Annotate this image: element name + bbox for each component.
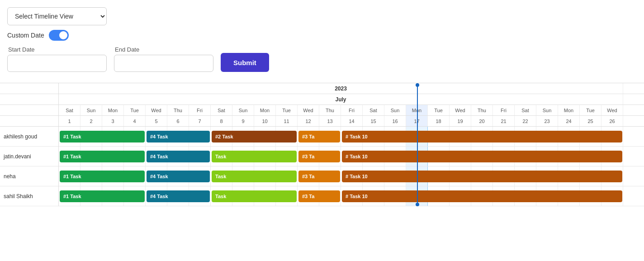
date-header-cell: 9 [232, 116, 254, 126]
day-header-cell: Tue [124, 105, 146, 115]
month-row: July [59, 94, 644, 105]
task-bar[interactable]: # Task 10 [342, 171, 622, 182]
task-bar[interactable]: Task [212, 151, 297, 162]
date-header-cell: 11 [276, 116, 298, 126]
date-header-cell: 15 [363, 116, 384, 126]
user-label: akhilesh goud [0, 127, 58, 147]
gantt-header: 2023JulySatSunMonTueWedThuFriSatSunMonTu… [59, 83, 644, 127]
day-header-cell: Mon [406, 105, 428, 115]
task-bar[interactable]: Task [212, 171, 297, 182]
user-label: sahil Shaikh [0, 186, 58, 206]
gantt-row: #1 Task#4 TaskTask#3 Ta# Task 10 [59, 147, 644, 166]
day-header-cell: Wed [450, 105, 471, 115]
date-header-cell: 3 [102, 116, 124, 126]
task-bar[interactable]: #1 Task [60, 131, 145, 142]
task-bar[interactable]: #1 Task [60, 171, 145, 182]
gantt-container[interactable]: akhilesh goudjatin.devaninehasahil Shaik… [0, 83, 644, 206]
day-header-cell: Sun [80, 105, 102, 115]
task-bar[interactable]: #4 Task [147, 171, 210, 182]
gantt-row: #1 Task#4 TaskTask#3 Ta# Task 10 [59, 166, 644, 186]
date-header-cell: 14 [341, 116, 363, 126]
task-bar[interactable]: #3 Ta [298, 131, 340, 142]
date-header-cell: 1 [59, 116, 80, 126]
date-header-cell: 2 [80, 116, 102, 126]
date-header-cell: 16 [384, 116, 406, 126]
date-header-cell: 12 [298, 116, 319, 126]
day-header-cell: Sat [59, 105, 80, 115]
end-date-group: End Date [114, 46, 213, 72]
day-header-cell: Sat [211, 105, 232, 115]
task-bar[interactable]: # Task 10 [342, 131, 622, 142]
day-header-cell: Tue [580, 105, 601, 115]
end-date-label: End Date [115, 46, 213, 53]
user-label: jatin.devani [0, 147, 58, 166]
date-header-cell: 26 [601, 116, 623, 126]
day-header-cell: Wed [298, 105, 319, 115]
date-header-cell: 10 [254, 116, 276, 126]
date-fields-row: Start Date End Date Submit [7, 46, 637, 72]
date-header-cell: 17 [406, 116, 428, 126]
custom-date-row: Custom Date [7, 30, 637, 41]
date-header-cell: 8 [211, 116, 232, 126]
day-header-row: SatSunMonTueWedThuFriSatSunMonTueWedThuF… [59, 105, 644, 116]
custom-date-toggle[interactable] [49, 30, 69, 41]
start-date-group: Start Date [7, 46, 107, 72]
day-header-cell: Sun [384, 105, 406, 115]
day-header-cell: Mon [254, 105, 276, 115]
date-header-cell: 21 [493, 116, 515, 126]
gantt-grid: 2023JulySatSunMonTueWedThuFriSatSunMonTu… [59, 83, 644, 206]
date-header-cell: 18 [428, 116, 450, 126]
task-bar[interactable]: Task [212, 190, 297, 202]
date-header-cell: 20 [471, 116, 493, 126]
task-bar[interactable]: #3 Ta [298, 171, 340, 182]
day-header-cell: Fri [493, 105, 515, 115]
date-header-cell: 25 [580, 116, 601, 126]
day-header-cell: Fri [189, 105, 211, 115]
day-header-cell: Sat [515, 105, 536, 115]
day-header-cell: Wed [146, 105, 167, 115]
start-date-label: Start Date [8, 46, 107, 53]
task-bar[interactable]: #4 Task [147, 190, 210, 202]
top-controls: Select Timeline ViewDailyWeeklyMonthly C… [0, 0, 644, 83]
task-bar[interactable]: # Task 10 [342, 190, 622, 202]
year-row: 2023 [59, 83, 644, 94]
day-header-cell: Mon [102, 105, 124, 115]
date-header-cell: 19 [450, 116, 471, 126]
day-header-cell: Mon [558, 105, 580, 115]
user-label: neha [0, 166, 58, 186]
task-bar[interactable]: #3 Ta [298, 190, 340, 202]
date-header-cell: 6 [167, 116, 189, 126]
day-header-cell: Thu [319, 105, 341, 115]
task-bar[interactable]: #3 Ta [298, 151, 340, 162]
date-header-cell: 13 [319, 116, 341, 126]
gantt-table: akhilesh goudjatin.devaninehasahil Shaik… [0, 83, 644, 206]
date-header-cell: 7 [189, 116, 211, 126]
gantt-labels: akhilesh goudjatin.devaninehasahil Shaik… [0, 83, 59, 206]
start-date-input[interactable] [7, 55, 107, 72]
day-header-cell: Thu [471, 105, 493, 115]
task-bar[interactable]: # Task 10 [342, 151, 622, 162]
day-header-cell: Fri [341, 105, 363, 115]
submit-button[interactable]: Submit [221, 53, 269, 72]
task-bar[interactable]: #4 Task [147, 131, 210, 142]
day-header-cell: Sun [232, 105, 254, 115]
date-header-cell: 23 [536, 116, 558, 126]
day-header-cell: Tue [276, 105, 298, 115]
task-bar[interactable]: #4 Task [147, 151, 210, 162]
task-bar[interactable]: #2 Task [212, 131, 297, 142]
day-header-cell: Sun [536, 105, 558, 115]
date-header-row: 1234567891011121314151617181920212223242… [59, 116, 644, 127]
day-header-cell: Wed [601, 105, 623, 115]
task-bar[interactable]: #1 Task [60, 190, 145, 202]
end-date-input[interactable] [114, 55, 213, 72]
date-header-cell: 5 [146, 116, 167, 126]
timeline-select[interactable]: Select Timeline ViewDailyWeeklyMonthly [7, 7, 107, 25]
custom-date-label: Custom Date [7, 32, 44, 39]
date-header-cell: 22 [515, 116, 536, 126]
date-header-cell: 4 [124, 116, 146, 126]
gantt-row: #1 Task#4 TaskTask#3 Ta# Task 10 [59, 186, 644, 206]
day-header-cell: Sat [363, 105, 384, 115]
day-header-cell: Tue [428, 105, 450, 115]
day-header-cell: Thu [167, 105, 189, 115]
task-bar[interactable]: #1 Task [60, 151, 145, 162]
